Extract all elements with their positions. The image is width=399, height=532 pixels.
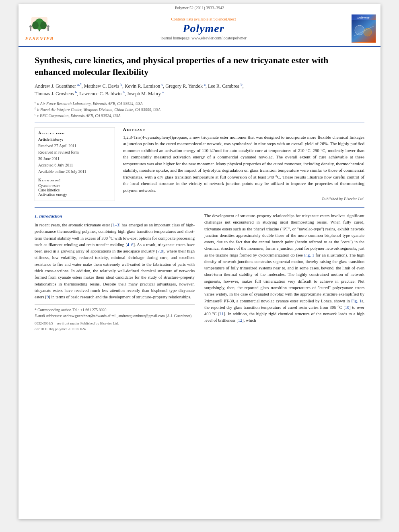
accepted-date: Accepted 6 July 2011 xyxy=(38,162,111,168)
elsevier-tree-icon xyxy=(27,15,51,35)
body-col-left: 1. Introduction In recent years, the aro… xyxy=(35,213,195,332)
svg-point-4 xyxy=(40,21,47,29)
citation-text: Polymer 52 (2011) 3933–3942 xyxy=(175,6,224,10)
keyword-3: Activation energy xyxy=(38,192,111,197)
cover-art xyxy=(352,20,376,42)
article-title: Synthesis, cure kinetics, and physical p… xyxy=(35,55,364,78)
article-history-title: Article info xyxy=(38,131,111,135)
author-baldwin: Lawrence C. Baldwin b xyxy=(79,91,124,97)
keywords-section: Keywords: Cyanate ester Cure kinetics Ac… xyxy=(38,178,111,197)
footnote-area: * Corresponding author. Tel.: +1 661 275… xyxy=(35,304,195,332)
author-lamison: Kevin R. Lamison c xyxy=(125,83,163,89)
revised-label: Received in revised form xyxy=(38,150,111,155)
journal-title: Polymer xyxy=(60,22,348,35)
affiliation-b: b b Naval Air Warfare Center, Weapons Di… xyxy=(35,107,364,113)
email-note: E-mail addresses: andrew.guenthner@edwar… xyxy=(35,313,195,319)
online-date: Available online 23 July 2011 xyxy=(38,169,111,175)
citation-bar: Polymer 52 (2011) 3933–3942 xyxy=(19,4,380,11)
intro-para-2: The development of structure–property re… xyxy=(204,213,364,324)
elsevier-wordmark: ELSEVIER xyxy=(25,35,54,42)
abstract-title: Abstract xyxy=(123,127,364,131)
svg-rect-8 xyxy=(47,28,49,31)
revised-date: 30 June 2011 xyxy=(38,156,111,162)
abstract-section: Abstract 1,2,3-Tris(4-cyanatophenyl)prop… xyxy=(123,127,364,201)
received-date: Received 27 April 2011 xyxy=(38,143,111,149)
svg-point-5 xyxy=(29,25,32,28)
author-guenthner: Andrew J. Guenthner a,* xyxy=(35,83,82,89)
svg-point-10 xyxy=(355,25,364,35)
journal-header: ELSEVIER Contents lists available at Sci… xyxy=(19,11,380,47)
keyword-1: Cyanate ester xyxy=(38,183,111,188)
elsevier-logo: ELSEVIER xyxy=(23,15,56,42)
keyword-2: Cure kinetics xyxy=(38,188,111,192)
published-by: Published by Elsevier Ltd. xyxy=(123,197,364,201)
affiliations: a a Air Force Research Laboratory, Edwar… xyxy=(35,101,364,119)
svg-rect-6 xyxy=(30,28,31,31)
history-label: Article history: xyxy=(38,137,111,142)
intro-para-1: In recent years, the aromatic tricyanate… xyxy=(35,222,195,300)
authors-line: Andrew J. Guenthner a,*, Matthew C. Davi… xyxy=(35,82,364,98)
info-abstract-section: Article info Article history: Received 2… xyxy=(35,123,364,201)
section-divider xyxy=(35,207,364,208)
sciencedirect-name: ScienceDirect xyxy=(213,17,236,21)
svg-point-7 xyxy=(47,25,49,28)
affiliation-c: c c ERC Corporation, Edwards AFB, CA 935… xyxy=(35,113,364,119)
corresponding-note: * Corresponding author. Tel.: +1 661 275… xyxy=(35,307,195,313)
body-col-right: The development of structure–property re… xyxy=(204,213,364,332)
keywords-title: Keywords: xyxy=(38,178,111,182)
page: Polymer 52 (2011) 3933–3942 ELSEVI xyxy=(19,4,380,519)
svg-point-3 xyxy=(32,21,39,29)
author-yandek: Gregory R. Yandek a xyxy=(165,83,206,89)
body-columns: 1. Introduction In recent years, the aro… xyxy=(35,213,364,332)
author-groshens: Thomas J. Groshens b xyxy=(35,91,77,97)
journal-homepage: journal homepage: www.elsevier.com/locat… xyxy=(60,36,348,40)
journal-cover-image: polymer xyxy=(352,14,376,43)
author-davis: Matthew C. Davis b xyxy=(84,83,122,89)
sciencedirect-link: Contents lists available at ScienceDirec… xyxy=(60,17,348,21)
intro-heading: 1. Introduction xyxy=(35,213,195,220)
article-body: Synthesis, cure kinetics, and physical p… xyxy=(19,47,380,340)
author-cambrea: Lee R. Cambrea b xyxy=(208,83,243,89)
abstract-text: 1,2,3-Tris(4-cyanatophenyl)propane, a ne… xyxy=(123,134,364,194)
article-info-box: Article info Article history: Received 2… xyxy=(35,127,115,201)
journal-center: Contents lists available at ScienceDirec… xyxy=(60,17,348,40)
copyright-line: 0032-3861/$ – see front matter Published… xyxy=(35,321,195,332)
affiliation-a: a a Air Force Research Laboratory, Edwar… xyxy=(35,101,364,107)
author-mabry: Joseph M. Mabry a xyxy=(127,91,164,97)
